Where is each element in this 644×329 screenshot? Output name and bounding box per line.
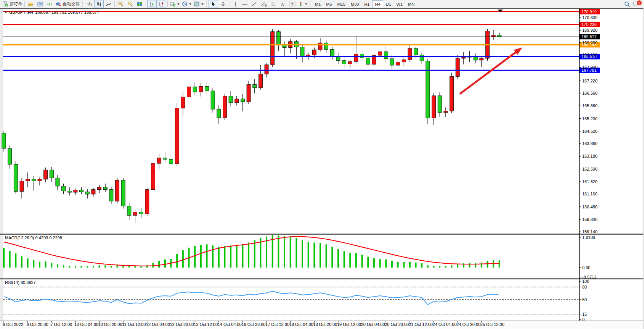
text-label-button[interactable]: T (287, 0, 297, 8)
chart-shift-icon (159, 2, 164, 7)
crosshair-icon (220, 2, 226, 7)
tab-timeframe-m15[interactable]: M15 (335, 0, 348, 8)
candle-body (199, 86, 203, 92)
zoom-out-button[interactable] (125, 0, 135, 8)
macd-histogram-bar (296, 238, 297, 268)
zoom-in-button[interactable] (116, 0, 125, 8)
date-label: 10 Oct 04:00 (74, 322, 98, 327)
auto-trading-button[interactable]: 自动交易 (55, 0, 81, 8)
candle-body (366, 58, 370, 64)
tab-timeframe-w1[interactable]: W1 (394, 0, 406, 8)
macd-histogram-bar (63, 265, 64, 268)
macd-histogram-bar (361, 255, 363, 268)
macd-histogram-bar (33, 260, 34, 268)
add-indicator-icon (170, 2, 176, 7)
channel-button[interactable]: E (259, 0, 268, 8)
toolbar-grip (82, 1, 84, 7)
macd-values: 0.4203 0.2298 (35, 235, 62, 240)
candle-body (74, 190, 77, 192)
tab-timeframe-d1[interactable]: D1 (383, 0, 394, 8)
horizontal-line-button[interactable] (240, 0, 249, 8)
price-tick-label: 169.920 (582, 28, 597, 32)
signals-button[interactable] (45, 0, 55, 8)
macd-histogram-bar (99, 265, 100, 268)
vertical-line-button[interactable] (230, 0, 240, 8)
candle-body (450, 76, 454, 111)
macd-histogram-bar (379, 259, 381, 268)
tab-timeframe-h1[interactable]: H1 (361, 0, 372, 8)
auto-scroll-button[interactable] (147, 0, 157, 8)
symbol-dropdown-icon[interactable] (4, 11, 7, 13)
data-window-button[interactable] (35, 0, 45, 8)
text-button[interactable]: A (278, 0, 287, 8)
macd-histogram-bar (302, 240, 303, 268)
candle-body (265, 65, 268, 74)
tile-windows-button[interactable] (135, 0, 145, 8)
candle-body (444, 111, 448, 113)
candle-body (378, 52, 382, 55)
candle-body (163, 158, 167, 159)
tab-timeframe-m30[interactable]: M30 (348, 0, 361, 8)
macd-histogram-bar (45, 261, 47, 268)
macd-histogram-bar (457, 264, 458, 268)
macd-histogram-bar (337, 249, 339, 268)
arrows-tool-button[interactable] (297, 0, 308, 8)
trendline-button[interactable] (249, 0, 259, 8)
signal-icon (47, 2, 53, 7)
rsi-axis-label: 100 (582, 279, 589, 284)
bar-chart-button[interactable] (85, 0, 94, 8)
chart-canvas: 170.919170.236169.577169.143168.510167.7… (0, 0, 644, 329)
candle-body (103, 187, 107, 190)
tab-timeframe-h4[interactable]: H4 (372, 0, 383, 8)
tile-windows-icon (137, 2, 143, 7)
tab-timeframe-m1[interactable]: M1 (312, 0, 323, 8)
zoom-out-icon (127, 1, 133, 7)
chart-shift-button[interactable] (157, 0, 166, 8)
macd-indicator-label: MACD(12,26,9) 0.4203 0.2298 (5, 235, 62, 240)
macd-histogram-bar (57, 264, 58, 268)
candle-body (127, 206, 131, 215)
candle-body (8, 148, 12, 164)
crosshair-button[interactable] (218, 0, 228, 8)
fibonacci-button[interactable]: F (268, 0, 278, 8)
periods-button[interactable] (181, 0, 193, 8)
new-order-button[interactable]: 新订单 (1, 0, 23, 8)
search-button[interactable] (622, 0, 632, 8)
cursor-icon (211, 2, 216, 7)
tab-timeframe-m5[interactable]: M5 (323, 0, 334, 8)
price-tick-label: 160.480 (582, 205, 597, 209)
macd-histogram-bar (248, 243, 249, 268)
notifications-button[interactable]: 1 (632, 0, 641, 8)
candle-body (480, 58, 483, 60)
bar-chart-icon (87, 2, 92, 7)
price-tick-label: 168.600 (582, 53, 597, 57)
chevron-down-icon (189, 3, 191, 5)
macd-histogram-bar (81, 266, 82, 268)
price-tick-label: 161.820 (582, 179, 597, 184)
market-watch-button[interactable] (26, 0, 35, 8)
macd-histogram-bar (182, 250, 184, 268)
price-tick-label: 163.860 (582, 141, 597, 146)
date-label: 10 Oct 20:00 (98, 322, 122, 327)
templates-button[interactable] (193, 0, 205, 8)
macd-histogram-bar (230, 245, 231, 268)
macd-histogram-bar (140, 266, 142, 268)
add-indicator-button[interactable] (169, 0, 181, 8)
chart-title-ohlc: 169.667 169.792 169.577 169.577 (35, 10, 99, 15)
price-tick-label: 161.160 (582, 192, 597, 196)
candle-body (300, 47, 304, 56)
candle-body (312, 50, 316, 55)
tab-timeframe-mn[interactable]: MN (405, 0, 417, 8)
macd-histogram-bar (128, 266, 130, 268)
macd-histogram-bar (236, 245, 238, 268)
line-chart-button[interactable] (104, 0, 113, 8)
macd-histogram-bar (242, 244, 243, 268)
main-toolbar: 新订单 自动交易 (0, 0, 644, 8)
toolbar-separator (24, 1, 25, 7)
cursor-button[interactable] (209, 0, 218, 8)
text-icon: A (280, 2, 285, 7)
macd-histogram-bar (176, 254, 178, 268)
date-label: 6 Oct 2022 (3, 322, 23, 327)
candlestick-chart-button[interactable] (94, 0, 104, 8)
macd-histogram-bar (313, 243, 315, 268)
